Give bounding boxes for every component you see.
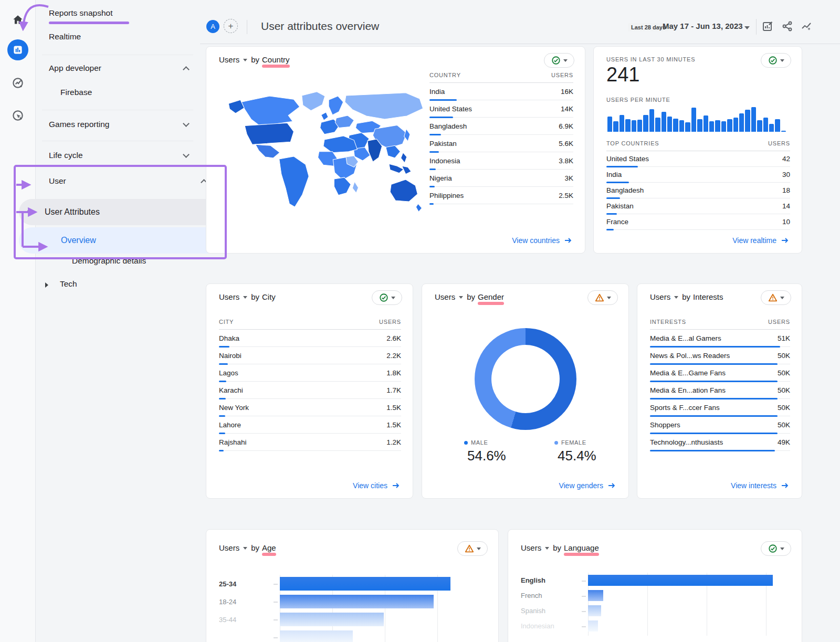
table-row[interactable]: Dhaka2.6K — [219, 330, 401, 347]
table-row[interactable]: Bangladesh6.9K — [429, 118, 573, 135]
table-row[interactable]: Karachi1.7K — [219, 382, 401, 399]
table-row[interactable]: Bangladesh18 — [606, 183, 790, 198]
table-row[interactable]: United States42 — [606, 151, 790, 167]
table-row[interactable]: Rajshahi1.2K — [219, 434, 401, 451]
customize-report-icon[interactable] — [761, 20, 774, 33]
table-row[interactable]: United States14K — [429, 100, 573, 118]
table-row[interactable]: India16K — [429, 83, 573, 100]
dimension-label[interactable]: Language — [564, 543, 599, 552]
metric-label[interactable]: Users — [219, 543, 239, 552]
status-ok-icon — [768, 56, 778, 65]
table-row[interactable]: Sports & F...ccer Fans50K — [650, 399, 790, 416]
insights-icon[interactable] — [800, 20, 813, 33]
chevron-down-icon — [780, 548, 784, 550]
view-genders-link[interactable]: View genders — [559, 481, 616, 490]
hbar-track — [588, 603, 791, 618]
date-range-picker[interactable]: May 17 - Jun 13, 2023 — [663, 22, 743, 30]
table-row[interactable]: Philippines2.5K — [429, 187, 573, 204]
nav-realtime[interactable]: Realtime — [49, 32, 81, 41]
nav-firebase[interactable]: Firebase — [60, 88, 92, 97]
status-warning-icon — [465, 544, 474, 553]
card-title[interactable]: Users by City — [219, 292, 276, 301]
card-title[interactable]: Users by Gender — [435, 292, 504, 301]
table-row[interactable]: Pakistan5.6K — [429, 135, 573, 152]
view-cities-link[interactable]: View cities — [353, 481, 400, 490]
table-row[interactable]: New York1.5K — [219, 399, 401, 416]
view-interests-link[interactable]: View interests — [731, 481, 789, 490]
view-countries-link[interactable]: View countries — [512, 236, 572, 245]
chevron-down-icon — [459, 296, 463, 299]
table-row[interactable]: Shoppers50K — [650, 416, 790, 434]
dimension-label[interactable]: Gender — [478, 292, 504, 301]
table-row[interactable]: France10 — [606, 214, 790, 230]
column-country: COUNTRY — [429, 72, 461, 78]
card-title[interactable]: Users by Language — [521, 543, 599, 552]
table-row[interactable]: Indonesia3.8K — [429, 152, 573, 170]
chevron-down-icon[interactable] — [183, 120, 190, 127]
gender-donut-chart[interactable] — [475, 328, 576, 430]
metric-label[interactable]: Users — [219, 55, 239, 64]
view-realtime-link[interactable]: View realtime — [732, 236, 789, 245]
language-bar-chart[interactable]: EnglishFrenchSpanishIndonesian — [521, 573, 791, 634]
nav-user[interactable]: User — [49, 176, 66, 186]
collapse-triangle-icon[interactable] — [27, 211, 33, 214]
table-row[interactable]: Nigeria3K — [429, 170, 573, 187]
data-quality-pill[interactable] — [761, 290, 791, 305]
row-bar — [606, 229, 614, 230]
nav-demographic-details[interactable]: Demographic details — [72, 256, 146, 266]
top-countries-table: TOP COUNTRIES USERS United States42India… — [606, 140, 790, 230]
data-quality-pill[interactable] — [587, 290, 618, 305]
table-row[interactable]: Pakistan14 — [606, 198, 790, 214]
dimension-label[interactable]: City — [262, 292, 276, 301]
chevron-up-icon[interactable] — [183, 66, 190, 73]
data-quality-pill[interactable] — [544, 53, 574, 68]
world-choropleth-map[interactable] — [221, 81, 431, 237]
metric-label[interactable]: Users — [521, 543, 541, 552]
minute-bar — [704, 115, 708, 132]
metric-label[interactable]: Users — [219, 292, 239, 301]
table-row[interactable]: India30 — [606, 167, 790, 183]
hbar-label: Spanish — [521, 607, 588, 615]
language-bars: EnglishFrenchSpanishIndonesian — [521, 573, 791, 634]
data-quality-pill[interactable] — [457, 541, 488, 556]
dimension-label[interactable]: Interests — [693, 292, 723, 301]
hbar-row — [219, 628, 488, 642]
avatar[interactable]: A — [206, 20, 219, 33]
nav-user-attributes[interactable]: User Attributes — [19, 199, 223, 225]
expand-triangle-icon[interactable] — [45, 282, 48, 288]
card-title[interactable]: Users by Country — [219, 55, 290, 64]
row-label: United States — [429, 105, 472, 113]
dimension-label[interactable]: Country — [262, 55, 290, 64]
table-row[interactable]: Lagos1.8K — [219, 364, 401, 382]
chevron-down-icon[interactable] — [183, 151, 190, 158]
table-row[interactable]: Technology...nthusiasts49K — [650, 434, 790, 451]
table-row[interactable]: Media & En...ation Fans50K — [650, 382, 790, 399]
table-row[interactable]: Nairobi2.2K — [219, 347, 401, 364]
card-title[interactable]: Users by Age — [219, 543, 276, 552]
add-comparison-button[interactable]: + — [224, 19, 238, 33]
metric-label[interactable]: Users — [650, 292, 670, 301]
nav-tech[interactable]: Tech — [60, 279, 77, 289]
nav-overview[interactable]: Overview — [19, 227, 223, 254]
dimension-label[interactable]: Age — [262, 543, 276, 552]
table-row[interactable]: News & Pol...ws Readers50K — [650, 347, 790, 364]
row-label: Philippines — [429, 192, 464, 199]
data-quality-pill[interactable] — [372, 290, 402, 305]
data-quality-pill[interactable] — [761, 53, 791, 68]
age-bar-chart[interactable]: 25-3418-2435-44 — [219, 575, 488, 642]
metric-label[interactable]: Users — [435, 292, 455, 301]
table-row[interactable]: Media & E...al Gamers51K — [650, 330, 790, 347]
table-row[interactable]: Lahore1.5K — [219, 416, 401, 434]
nav-games-reporting[interactable]: Games reporting — [49, 120, 109, 129]
minute-bar — [727, 119, 732, 132]
card-title[interactable]: Users by Interests — [650, 292, 723, 301]
divider — [247, 20, 247, 34]
nav-life-cycle[interactable]: Life cycle — [49, 151, 83, 160]
nav-reports-snapshot[interactable]: Reports snapshot — [49, 8, 113, 18]
data-quality-pill[interactable] — [761, 541, 791, 556]
table-row[interactable]: Media & E...Game Fans50K — [650, 364, 790, 382]
users-per-minute-chart[interactable] — [607, 106, 786, 132]
share-icon[interactable] — [781, 20, 794, 33]
nav-app-developer[interactable]: App developer — [49, 64, 101, 73]
hbar-track — [588, 618, 791, 634]
